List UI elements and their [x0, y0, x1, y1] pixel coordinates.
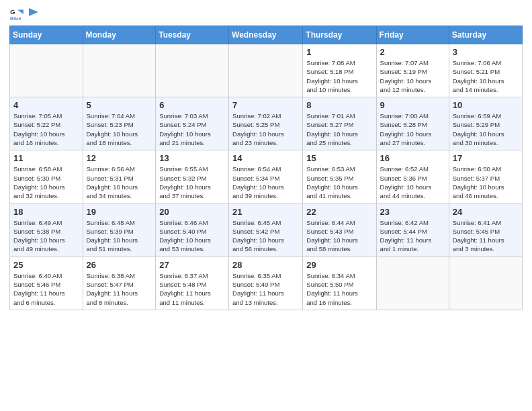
day-info: Sunrise: 6:53 AM Sunset: 5:35 PM Dayligh… [306, 165, 372, 200]
day-info: Sunrise: 6:59 AM Sunset: 5:29 PM Dayligh… [453, 111, 519, 147]
calendar-day-cell: 8Sunrise: 7:01 AM Sunset: 5:27 PM Daylig… [303, 97, 376, 150]
day-number: 7 [232, 100, 299, 110]
calendar-day-cell: 24Sunrise: 6:41 AM Sunset: 5:45 PM Dayli… [449, 203, 522, 257]
day-number: 27 [159, 260, 225, 270]
day-info: Sunrise: 7:04 AM Sunset: 5:23 PM Dayligh… [87, 111, 152, 147]
calendar-week-row: 18Sunrise: 6:49 AM Sunset: 5:38 PM Dayli… [10, 203, 523, 257]
weekday-header-sunday: Sunday [10, 26, 83, 44]
day-info: Sunrise: 6:42 AM Sunset: 5:44 PM Dayligh… [380, 218, 445, 254]
calendar-day-cell: 16Sunrise: 6:52 AM Sunset: 5:36 PM Dayli… [376, 150, 449, 203]
day-info: Sunrise: 6:45 AM Sunset: 5:42 PM Dayligh… [232, 218, 299, 254]
day-number: 11 [13, 153, 79, 163]
weekday-header-tuesday: Tuesday [156, 26, 229, 44]
calendar-day-cell: 18Sunrise: 6:49 AM Sunset: 5:38 PM Dayli… [10, 203, 83, 257]
day-info: Sunrise: 6:40 AM Sunset: 5:46 PM Dayligh… [13, 271, 79, 307]
day-info: Sunrise: 6:56 AM Sunset: 5:31 PM Dayligh… [87, 165, 152, 200]
calendar-day-cell: 20Sunrise: 6:46 AM Sunset: 5:40 PM Dayli… [156, 203, 229, 257]
day-info: Sunrise: 6:41 AM Sunset: 5:45 PM Dayligh… [453, 218, 519, 254]
calendar-day-cell: 6Sunrise: 7:03 AM Sunset: 5:24 PM Daylig… [156, 97, 229, 150]
day-number: 18 [13, 207, 79, 217]
day-info: Sunrise: 7:07 AM Sunset: 5:19 PM Dayligh… [380, 58, 445, 94]
day-number: 3 [453, 47, 519, 57]
day-number: 25 [13, 260, 79, 270]
day-info: Sunrise: 6:37 AM Sunset: 5:48 PM Dayligh… [159, 271, 225, 307]
day-number: 6 [159, 100, 225, 110]
day-info: Sunrise: 6:48 AM Sunset: 5:39 PM Dayligh… [87, 218, 152, 254]
calendar-day-cell: 14Sunrise: 6:54 AM Sunset: 5:34 PM Dayli… [229, 150, 303, 203]
calendar-week-row: 11Sunrise: 6:58 AM Sunset: 5:30 PM Dayli… [10, 150, 523, 203]
weekday-header-row: SundayMondayTuesdayWednesdayThursdayFrid… [10, 26, 523, 44]
header: G Blue [9, 7, 523, 21]
day-info: Sunrise: 7:05 AM Sunset: 5:22 PM Dayligh… [13, 111, 79, 147]
day-number: 2 [380, 47, 445, 57]
day-number: 12 [87, 153, 152, 163]
calendar-day-cell: 26Sunrise: 6:38 AM Sunset: 5:47 PM Dayli… [83, 257, 156, 310]
calendar-day-cell: 29Sunrise: 6:34 AM Sunset: 5:50 PM Dayli… [303, 257, 376, 310]
calendar-week-row: 1Sunrise: 7:08 AM Sunset: 5:18 PM Daylig… [10, 44, 523, 97]
calendar-empty-cell [156, 44, 229, 97]
calendar-day-cell: 12Sunrise: 6:56 AM Sunset: 5:31 PM Dayli… [83, 150, 156, 203]
calendar-day-cell: 7Sunrise: 7:02 AM Sunset: 5:25 PM Daylig… [229, 97, 303, 150]
day-info: Sunrise: 6:38 AM Sunset: 5:47 PM Dayligh… [87, 271, 152, 307]
day-info: Sunrise: 6:54 AM Sunset: 5:34 PM Dayligh… [232, 165, 299, 200]
day-number: 9 [380, 100, 445, 110]
calendar-empty-cell [229, 44, 303, 97]
day-info: Sunrise: 6:50 AM Sunset: 5:37 PM Dayligh… [453, 165, 519, 200]
calendar-day-cell: 5Sunrise: 7:04 AM Sunset: 5:23 PM Daylig… [83, 97, 156, 150]
day-number: 1 [306, 47, 372, 57]
day-number: 16 [380, 153, 445, 163]
calendar-empty-cell [83, 44, 156, 97]
day-number: 20 [159, 207, 225, 217]
calendar-day-cell: 11Sunrise: 6:58 AM Sunset: 5:30 PM Dayli… [10, 150, 83, 203]
day-info: Sunrise: 6:58 AM Sunset: 5:30 PM Dayligh… [13, 165, 79, 200]
weekday-header-monday: Monday [83, 26, 156, 44]
day-number: 29 [306, 260, 372, 270]
calendar-day-cell: 13Sunrise: 6:55 AM Sunset: 5:32 PM Dayli… [156, 150, 229, 203]
day-number: 13 [159, 153, 225, 163]
weekday-header-saturday: Saturday [449, 26, 522, 44]
logo-flag-icon [28, 7, 40, 19]
logo-icon: G Blue [9, 7, 24, 21]
weekday-header-thursday: Thursday [303, 26, 376, 44]
calendar-empty-cell [449, 257, 522, 310]
day-info: Sunrise: 7:00 AM Sunset: 5:28 PM Dayligh… [380, 111, 445, 147]
day-number: 4 [13, 100, 79, 110]
day-info: Sunrise: 6:44 AM Sunset: 5:43 PM Dayligh… [306, 218, 372, 254]
day-info: Sunrise: 7:03 AM Sunset: 5:24 PM Dayligh… [159, 111, 225, 147]
weekday-header-wednesday: Wednesday [229, 26, 303, 44]
logo: G Blue [9, 7, 40, 21]
svg-marker-1 [17, 9, 24, 14]
day-info: Sunrise: 7:01 AM Sunset: 5:27 PM Dayligh… [306, 111, 372, 147]
day-number: 23 [380, 207, 445, 217]
day-number: 21 [232, 207, 299, 217]
calendar-empty-cell [10, 44, 83, 97]
calendar-day-cell: 4Sunrise: 7:05 AM Sunset: 5:22 PM Daylig… [10, 97, 83, 150]
day-number: 26 [87, 260, 152, 270]
calendar-week-row: 4Sunrise: 7:05 AM Sunset: 5:22 PM Daylig… [10, 97, 523, 150]
calendar-day-cell: 19Sunrise: 6:48 AM Sunset: 5:39 PM Dayli… [83, 203, 156, 257]
day-number: 8 [306, 100, 372, 110]
calendar-day-cell: 28Sunrise: 6:35 AM Sunset: 5:49 PM Dayli… [229, 257, 303, 310]
day-info: Sunrise: 6:55 AM Sunset: 5:32 PM Dayligh… [159, 165, 225, 200]
day-info: Sunrise: 7:02 AM Sunset: 5:25 PM Dayligh… [232, 111, 299, 147]
day-number: 5 [87, 100, 152, 110]
calendar-day-cell: 27Sunrise: 6:37 AM Sunset: 5:48 PM Dayli… [156, 257, 229, 310]
day-number: 22 [306, 207, 372, 217]
svg-text:Blue: Blue [10, 15, 21, 21]
day-info: Sunrise: 7:08 AM Sunset: 5:18 PM Dayligh… [306, 58, 372, 94]
calendar-empty-cell [376, 257, 449, 310]
day-number: 19 [87, 207, 152, 217]
day-info: Sunrise: 6:35 AM Sunset: 5:49 PM Dayligh… [232, 271, 299, 307]
weekday-header-friday: Friday [376, 26, 449, 44]
day-number: 10 [453, 100, 519, 110]
calendar-day-cell: 15Sunrise: 6:53 AM Sunset: 5:35 PM Dayli… [303, 150, 376, 203]
day-number: 28 [232, 260, 299, 270]
svg-marker-3 [29, 8, 38, 16]
calendar-week-row: 25Sunrise: 6:40 AM Sunset: 5:46 PM Dayli… [10, 257, 523, 310]
calendar-day-cell: 17Sunrise: 6:50 AM Sunset: 5:37 PM Dayli… [449, 150, 522, 203]
day-number: 15 [306, 153, 372, 163]
calendar-day-cell: 21Sunrise: 6:45 AM Sunset: 5:42 PM Dayli… [229, 203, 303, 257]
calendar-day-cell: 10Sunrise: 6:59 AM Sunset: 5:29 PM Dayli… [449, 97, 522, 150]
page: G Blue SundayMo [0, 0, 532, 411]
day-info: Sunrise: 6:34 AM Sunset: 5:50 PM Dayligh… [306, 271, 372, 307]
